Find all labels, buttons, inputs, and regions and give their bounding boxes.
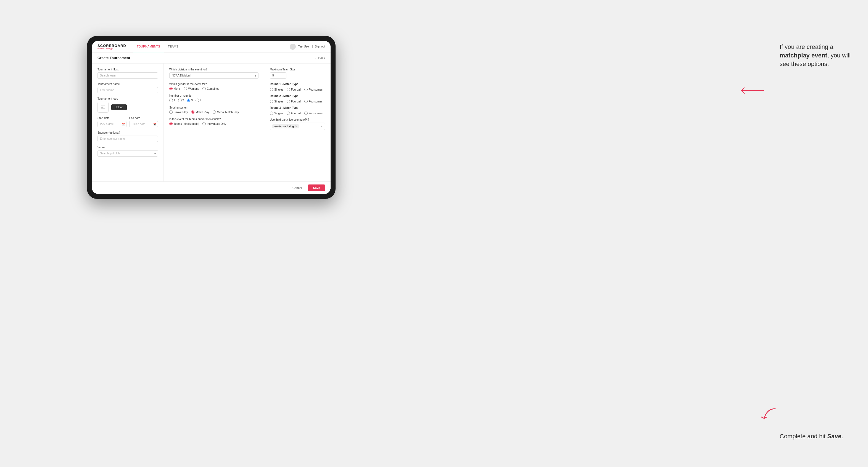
tournament-host-input[interactable] [97,72,158,79]
round-1[interactable]: 1 [169,99,175,102]
scoring-api-tag-close[interactable]: ✕ [295,125,297,128]
round1-options: Singles Fourball Foursomes [270,88,325,91]
date-row: Start date End date [97,117,158,131]
tablet-screen: SCOREBOARD Powered by clippit TOURNAMENT… [92,41,331,194]
end-date-wrapper [129,121,158,127]
nav-separator: | [312,45,313,48]
round2-fourball[interactable]: Fourball [287,100,301,103]
gender-mens[interactable]: Mens [169,87,180,90]
venue-select-wrapper [97,150,158,157]
round1-foursomes[interactable]: Foursomes [304,88,322,91]
round2-foursomes[interactable]: Foursomes [304,100,322,103]
arrow-right-svg [739,85,766,96]
gender-combined[interactable]: Combined [203,87,220,90]
sponsor-label: Sponsor (optional) [97,131,158,134]
gender-radio-group: Mens Womens Combined [169,87,258,90]
save-button[interactable]: Save [308,185,325,191]
bottom-bar: Cancel Save [92,181,331,194]
teams-radio-group: Teams (+Individuals) Individuals Only [169,122,258,125]
page-container: Create Tournament ← Back Tournament Host… [92,53,331,194]
division-group: Which division is the event for? NCAA Di… [169,68,258,79]
max-team-size-input[interactable] [270,72,286,79]
nav-tab-tournaments[interactable]: TOURNAMENTS [133,41,164,52]
venue-label: Venue [97,146,158,149]
back-button[interactable]: ← Back [314,56,325,60]
scoring-api-group: Use third-party live scoring API? Leader… [270,118,325,130]
venue-group: Venue [97,146,158,157]
logo-upload-area: Upload [97,102,158,113]
scoring-radio-group: Stroke Play Match Play Medal Match Play [169,111,258,114]
middle-column: Which division is the event for? NCAA Di… [164,64,264,181]
page-title: Create Tournament [97,56,130,60]
tournament-host-group: Tournament Host [97,68,158,79]
teams-label: Is this event for Teams and/or Individua… [169,118,258,121]
rounds-label: Number of rounds [169,94,258,97]
round-4[interactable]: 4 [195,99,202,102]
scoring-system-group: Scoring system Stroke Play Match Play [169,106,258,114]
nav-tabs: TOURNAMENTS TEAMS [133,41,182,52]
gender-womens[interactable]: Womens [184,87,199,90]
annotation-right: If you are creating a matchplay event, y… [780,43,851,68]
upload-button[interactable]: Upload [111,104,127,110]
image-icon [101,105,105,110]
max-team-size-label: Maximum Team Size [270,68,325,71]
teams-plus-individuals[interactable]: Teams (+Individuals) [169,122,199,125]
round1-title: Round 1 - Match Type [270,83,325,86]
teams-group: Is this event for Teams and/or Individua… [169,118,258,125]
scoring-api-select[interactable]: Leaderboard King ✕ ▾ [270,123,325,130]
individuals-only[interactable]: Individuals Only [203,122,226,125]
round-2[interactable]: 2 [178,99,184,102]
round2-title: Round 2 - Match Type [270,94,325,97]
tournament-logo-label: Tournament logo [97,97,158,100]
avatar [290,44,296,50]
round-3[interactable]: 3 [187,99,193,102]
round1-fourball[interactable]: Fourball [287,88,301,91]
scoring-api-label: Use third-party live scoring API? [270,118,325,121]
rounds-group: Number of rounds 1 2 [169,94,258,102]
tournament-host-label: Tournament Host [97,68,158,71]
scoring-stroke-play[interactable]: Stroke Play [169,111,188,114]
scoring-api-tag: Leaderboard King ✕ [272,124,299,128]
scoring-medal-match-play[interactable]: Medal Match Play [213,111,239,114]
round2-singles[interactable]: Singles [270,100,283,103]
round3-fourball[interactable]: Fourball [287,112,301,115]
arrow-right [739,85,766,97]
arrow-bottom-svg [756,407,778,421]
scoring-match-play[interactable]: Match Play [191,111,209,114]
venue-input[interactable] [97,150,158,157]
sponsor-input[interactable] [97,135,158,142]
end-date-input[interactable] [129,121,158,127]
division-select-wrapper: NCAA Division I [169,72,258,79]
logo-text: SCOREBOARD [97,44,126,48]
sign-out-link[interactable]: Sign out [315,45,325,48]
round3-singles[interactable]: Singles [270,112,283,115]
form-area: Tournament Host Tournament name Tourname… [92,64,331,181]
tournament-name-input[interactable] [97,87,158,93]
nav-tab-teams[interactable]: TEAMS [164,41,182,52]
page-header: Create Tournament ← Back [92,53,331,64]
round3-title: Round 3 - Match Type [270,106,325,110]
tournament-name-label: Tournament name [97,83,158,86]
round2-options: Singles Fourball Foursomes [270,100,325,103]
round1-singles[interactable]: Singles [270,88,283,91]
round3-options: Singles Fourball Foursomes [270,112,325,115]
rounds-radio-group: 1 2 3 4 [169,99,258,102]
nav-right: Test User | Sign out [290,44,325,50]
division-label: Which division is the event for? [169,68,258,71]
round3-foursomes[interactable]: Foursomes [304,112,322,115]
gender-label: Which gender is the event for? [169,83,258,86]
logo-sub: Powered by clippit [97,48,126,50]
max-team-size-group: Maximum Team Size [270,68,325,79]
logo-placeholder [97,102,108,113]
cancel-button[interactable]: Cancel [289,185,305,191]
round2-match-type-group: Round 2 - Match Type Singles Fourball [270,94,325,103]
division-select[interactable]: NCAA Division I [169,72,258,79]
right-column: Maximum Team Size Round 1 - Match Type S… [264,64,331,181]
start-date-input[interactable] [97,121,126,127]
left-column: Tournament Host Tournament name Tourname… [92,64,164,181]
gender-group: Which gender is the event for? Mens Wome… [169,83,258,90]
top-nav: SCOREBOARD Powered by clippit TOURNAMENT… [92,41,331,53]
tournament-name-group: Tournament name [97,83,158,93]
scoring-system-label: Scoring system [169,106,258,109]
tournament-logo-group: Tournament logo Upload [97,97,158,113]
